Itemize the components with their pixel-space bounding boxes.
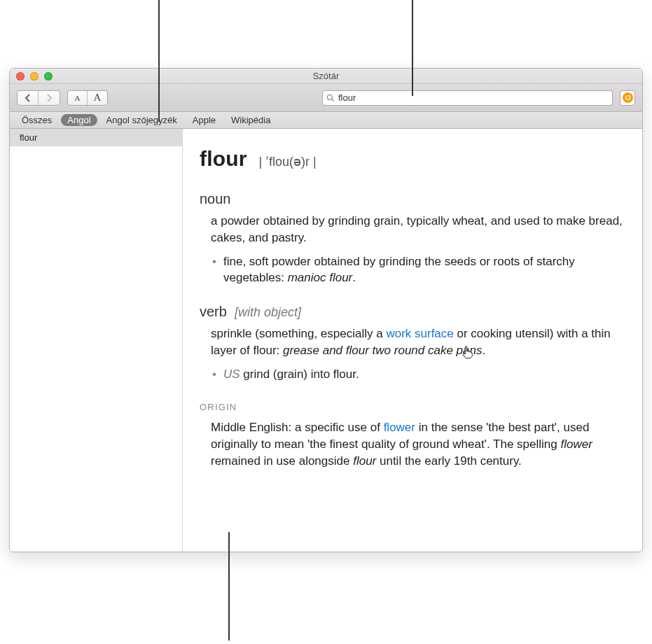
source-bar: Összes Angol Angol szójegyzék Apple Wiki…	[10, 112, 642, 129]
minimize-button[interactable]	[30, 72, 39, 80]
nav-group	[17, 90, 60, 106]
verb-def-post: .	[482, 344, 485, 357]
noun-sub-example: manioc flour	[288, 271, 353, 284]
font-size-group: A A	[67, 90, 108, 106]
noun-definition: a powder obtained by grinding grain, typ…	[211, 213, 625, 246]
pronunciation: | ˈflou(ə)r |	[258, 155, 316, 169]
xref-flower[interactable]: flower	[384, 421, 415, 434]
verb-example: grease and flour two round cake pans	[283, 344, 482, 357]
titlebar: Szótár	[10, 69, 642, 84]
verb-note: [with object]	[235, 305, 301, 319]
pos-noun: noun	[200, 189, 625, 209]
verb-definition: sprinkle (something, especially a work s…	[211, 326, 625, 359]
results-sidebar: flour	[10, 129, 183, 552]
origin-pre: Middle English: a specific use of	[211, 421, 384, 434]
verb-def-pre: sprinkle (something, especially a	[211, 327, 386, 340]
source-tab-wikipedia[interactable]: Wikipédia	[225, 114, 277, 126]
snapback-button[interactable]	[620, 90, 635, 106]
verb-label: verb	[200, 304, 227, 319]
noun-subsense: fine, soft powder obtained by grinding t…	[211, 253, 625, 287]
close-button[interactable]	[16, 72, 25, 80]
search-field[interactable]	[322, 90, 613, 106]
traffic-lights	[10, 72, 53, 80]
chevron-right-icon	[45, 94, 53, 102]
verb-subsense: US grind (grain) into flour.	[211, 366, 625, 383]
origin-mid2: remained in use alongside	[211, 454, 353, 468]
svg-line-1	[332, 99, 334, 101]
forward-button[interactable]	[39, 91, 60, 105]
source-tab-thesaurus[interactable]: Angol szójegyzék	[100, 114, 183, 126]
back-button[interactable]	[18, 91, 39, 105]
body: flour flour | ˈflou(ə)r | noun a powder …	[10, 129, 642, 552]
source-tab-apple[interactable]: Apple	[186, 114, 222, 126]
search-input[interactable]	[338, 92, 609, 103]
svg-point-0	[328, 94, 333, 99]
pos-verb: verb [with object]	[200, 302, 625, 321]
chevron-left-icon	[24, 94, 32, 102]
toolbar: A A	[10, 84, 642, 112]
origin-ital1: flower	[560, 438, 592, 451]
region-tag: US	[223, 368, 240, 381]
origin-post: until the early 19th century.	[376, 454, 522, 468]
noun-sub-text: fine, soft powder obtained by grinding t…	[223, 255, 575, 285]
callout-line-search	[412, 0, 413, 96]
font-smaller-button[interactable]: A	[68, 91, 88, 105]
xref-work-surface[interactable]: work surface	[386, 327, 453, 340]
zoom-button[interactable]	[44, 72, 53, 80]
search-icon	[326, 94, 335, 102]
snapback-icon	[623, 92, 633, 103]
verb-sub-text: grind (grain) into flour.	[240, 368, 359, 381]
verb-block: sprinkle (something, especially a work s…	[200, 326, 625, 382]
noun-block: a powder obtained by grinding grain, typ…	[200, 213, 625, 286]
origin-ital2: flour	[353, 454, 376, 468]
origin-text: Middle English: a specific use of flower…	[200, 419, 625, 469]
result-item[interactable]: flour	[10, 129, 182, 146]
font-larger-button[interactable]: A	[88, 91, 107, 105]
window-title: Szótár	[10, 71, 642, 81]
callout-line-sources	[158, 0, 160, 122]
noun-sub-post: .	[352, 271, 356, 284]
callout-line-origin	[228, 532, 230, 640]
headword: flour	[200, 147, 247, 170]
definition-pane: flour | ˈflou(ə)r | noun a powder obtain…	[183, 129, 642, 552]
dictionary-window: Szótár A A Összes Angol Ango	[9, 68, 643, 552]
origin-label: ORIGIN	[200, 401, 625, 414]
source-tab-english[interactable]: Angol	[61, 114, 97, 126]
source-tab-all[interactable]: Összes	[15, 114, 58, 126]
